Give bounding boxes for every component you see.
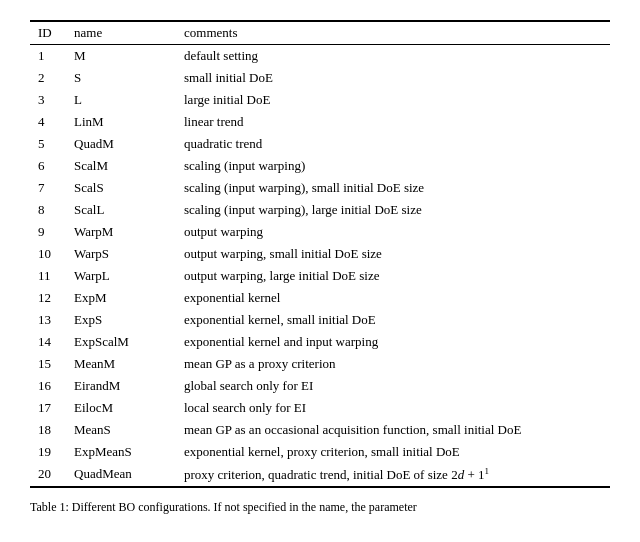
cell-name: EirandM	[66, 375, 176, 397]
cell-comment: exponential kernel and input warping	[176, 331, 610, 353]
cell-comment: scaling (input warping), large initial D…	[176, 199, 610, 221]
table-row: 6ScalMscaling (input warping)	[30, 155, 610, 177]
cell-id: 11	[30, 265, 66, 287]
cell-comment: scaling (input warping), small initial D…	[176, 177, 610, 199]
table-row: 3Llarge initial DoE	[30, 89, 610, 111]
cell-comment: scaling (input warping)	[176, 155, 610, 177]
cell-id: 1	[30, 45, 66, 68]
cell-id: 15	[30, 353, 66, 375]
cell-name: WarpS	[66, 243, 176, 265]
cell-name: ScalS	[66, 177, 176, 199]
table-row: 4LinMlinear trend	[30, 111, 610, 133]
cell-name: QuadMean	[66, 463, 176, 487]
cell-comment: default setting	[176, 45, 610, 68]
cell-id: 14	[30, 331, 66, 353]
cell-comment: output warping, small initial DoE size	[176, 243, 610, 265]
cell-name: S	[66, 67, 176, 89]
cell-name: MeanS	[66, 419, 176, 441]
cell-id: 12	[30, 287, 66, 309]
cell-comment: small initial DoE	[176, 67, 610, 89]
cell-id: 7	[30, 177, 66, 199]
cell-comment: exponential kernel	[176, 287, 610, 309]
table-row: 10WarpSoutput warping, small initial DoE…	[30, 243, 610, 265]
cell-name: M	[66, 45, 176, 68]
col-header-id: ID	[30, 21, 66, 45]
cell-id: 13	[30, 309, 66, 331]
cell-name: WarpL	[66, 265, 176, 287]
table-row: 15MeanMmean GP as a proxy criterion	[30, 353, 610, 375]
table-row: 19ExpMeanSexponential kernel, proxy crit…	[30, 441, 610, 463]
cell-id: 19	[30, 441, 66, 463]
cell-comment: quadratic trend	[176, 133, 610, 155]
cell-comment: exponential kernel, small initial DoE	[176, 309, 610, 331]
cell-name: ScalM	[66, 155, 176, 177]
cell-id: 20	[30, 463, 66, 487]
cell-name: MeanM	[66, 353, 176, 375]
cell-id: 4	[30, 111, 66, 133]
table-row: 8ScalLscaling (input warping), large ini…	[30, 199, 610, 221]
cell-name: WarpM	[66, 221, 176, 243]
cell-id: 3	[30, 89, 66, 111]
table-row: 12ExpMexponential kernel	[30, 287, 610, 309]
cell-name: ScalL	[66, 199, 176, 221]
cell-id: 6	[30, 155, 66, 177]
table-row: 20QuadMeanproxy criterion, quadratic tre…	[30, 463, 610, 487]
cell-name: ExpM	[66, 287, 176, 309]
cell-comment: output warping	[176, 221, 610, 243]
cell-name: ExpScalM	[66, 331, 176, 353]
col-header-name: name	[66, 21, 176, 45]
table-row: 2Ssmall initial DoE	[30, 67, 610, 89]
table-row: 13ExpSexponential kernel, small initial …	[30, 309, 610, 331]
cell-id: 16	[30, 375, 66, 397]
col-header-comments: comments	[176, 21, 610, 45]
cell-comment: exponential kernel, proxy criterion, sma…	[176, 441, 610, 463]
cell-id: 2	[30, 67, 66, 89]
cell-name: ExpS	[66, 309, 176, 331]
table-row: 11WarpLoutput warping, large initial DoE…	[30, 265, 610, 287]
cell-id: 9	[30, 221, 66, 243]
table-row: 5QuadMquadratic trend	[30, 133, 610, 155]
cell-id: 10	[30, 243, 66, 265]
configurations-table: ID name comments 1Mdefault setting2Ssmal…	[30, 20, 610, 488]
cell-name: EilocM	[66, 397, 176, 419]
cell-comment: mean GP as a proxy criterion	[176, 353, 610, 375]
table-row: 14ExpScalMexponential kernel and input w…	[30, 331, 610, 353]
table-row: 17EilocMlocal search only for EI	[30, 397, 610, 419]
table-row: 16EirandMglobal search only for EI	[30, 375, 610, 397]
table-row: 7ScalSscaling (input warping), small ini…	[30, 177, 610, 199]
table-row: 9WarpMoutput warping	[30, 221, 610, 243]
cell-id: 8	[30, 199, 66, 221]
cell-comment: output warping, large initial DoE size	[176, 265, 610, 287]
cell-name: LinM	[66, 111, 176, 133]
cell-comment: proxy criterion, quadratic trend, initia…	[176, 463, 610, 487]
cell-id: 17	[30, 397, 66, 419]
cell-id: 5	[30, 133, 66, 155]
cell-name: QuadM	[66, 133, 176, 155]
table-row: 18MeanSmean GP as an occasional acquisit…	[30, 419, 610, 441]
cell-comment: mean GP as an occasional acquisition fun…	[176, 419, 610, 441]
table-row: 1Mdefault setting	[30, 45, 610, 68]
cell-comment: linear trend	[176, 111, 610, 133]
cell-comment: global search only for EI	[176, 375, 610, 397]
cell-name: L	[66, 89, 176, 111]
table-caption: Table 1: Different BO configurations. If…	[30, 500, 610, 515]
cell-name: ExpMeanS	[66, 441, 176, 463]
cell-comment: large initial DoE	[176, 89, 610, 111]
cell-comment: local search only for EI	[176, 397, 610, 419]
cell-id: 18	[30, 419, 66, 441]
